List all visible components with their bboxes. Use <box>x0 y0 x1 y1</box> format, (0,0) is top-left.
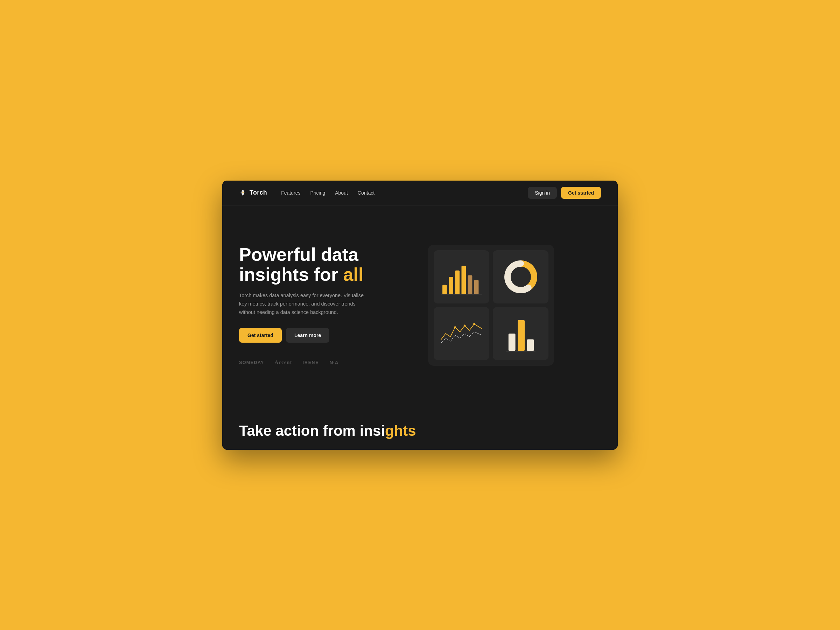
svg-rect-4 <box>468 275 472 294</box>
torch-logo-icon <box>239 189 247 197</box>
nav-contact[interactable]: Contact <box>358 190 374 196</box>
bar-chart-svg <box>439 256 484 298</box>
chart-donut <box>493 250 548 303</box>
nav-pricing[interactable]: Pricing <box>310 190 325 196</box>
hero-title-for: for <box>314 264 343 284</box>
navbar: Torch Features Pricing About Contact Sig… <box>222 181 618 205</box>
line-chart-svg <box>439 314 484 353</box>
getstarted-nav-button[interactable]: Get started <box>561 187 601 199</box>
svg-rect-2 <box>455 270 459 294</box>
signin-button[interactable]: Sign in <box>528 187 557 199</box>
svg-rect-3 <box>462 266 466 294</box>
logo[interactable]: Torch <box>239 189 267 197</box>
bottom-title-normal: Take action from insi <box>239 422 385 439</box>
nav-about[interactable]: About <box>335 190 348 196</box>
brand-nra: n·a <box>329 360 338 365</box>
hero-charts-grid <box>428 245 554 366</box>
hero-content: Powerful data insights for all Torch mak… <box>239 245 407 365</box>
chart-mini-bar <box>493 307 548 360</box>
svg-point-10 <box>512 268 529 286</box>
bottom-title: Take action from insights <box>239 422 601 439</box>
hero-learnmore-button[interactable]: Learn more <box>286 328 329 343</box>
donut-chart-svg <box>503 259 538 294</box>
bottom-section: Take action from insights <box>222 401 618 450</box>
brand-someday: SOMEDAY <box>239 360 264 365</box>
browser-window: Torch Features Pricing About Contact Sig… <box>222 181 618 450</box>
brand-logos: SOMEDAY Accent IRENE n·a <box>239 360 407 365</box>
brand-accent: Accent <box>275 360 292 365</box>
mini-bar-chart-svg <box>505 314 537 353</box>
svg-rect-15 <box>518 320 525 351</box>
hero-title-highlight: all <box>343 264 364 284</box>
svg-rect-0 <box>442 284 447 294</box>
hero-section: Powerful data insights for all Torch mak… <box>222 205 618 401</box>
hero-title-line2: insights for all <box>239 264 363 284</box>
svg-point-13 <box>473 323 475 325</box>
svg-rect-1 <box>449 277 453 294</box>
logo-text: Torch <box>249 189 267 196</box>
nav-actions: Sign in Get started <box>528 187 601 199</box>
svg-rect-5 <box>474 280 479 294</box>
nav-links: Features Pricing About Contact <box>281 190 528 196</box>
svg-rect-14 <box>508 333 515 351</box>
brand-irene: IRENE <box>303 360 319 365</box>
chart-line <box>434 307 489 360</box>
hero-getstarted-button[interactable]: Get started <box>239 328 282 343</box>
svg-point-11 <box>454 326 456 328</box>
hero-buttons: Get started Learn more <box>239 328 407 343</box>
svg-point-12 <box>464 324 466 326</box>
hero-title-line1: Powerful data <box>239 244 358 265</box>
nav-features[interactable]: Features <box>281 190 300 196</box>
chart-bar <box>434 250 489 303</box>
hero-description: Torch makes data analysis easy for every… <box>239 292 372 317</box>
bottom-title-highlight: ghts <box>385 422 416 439</box>
hero-title: Powerful data insights for all <box>239 245 407 284</box>
svg-rect-16 <box>527 339 534 351</box>
hero-title-normal: insights <box>239 264 314 284</box>
